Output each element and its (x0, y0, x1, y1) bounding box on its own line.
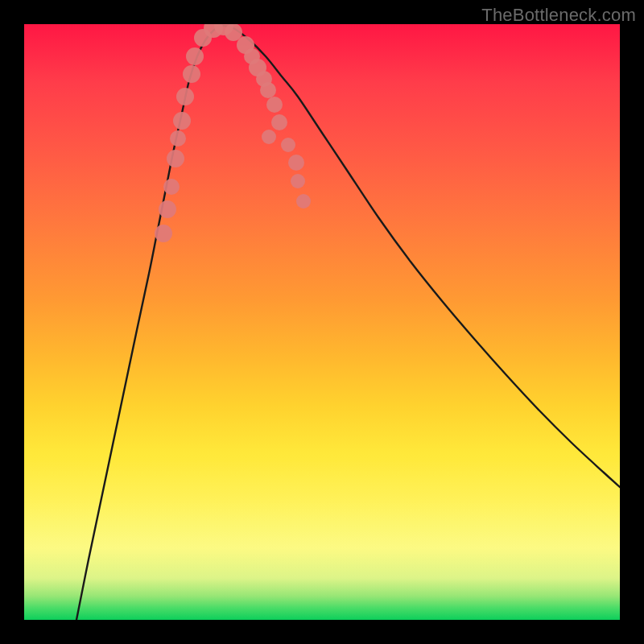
marker-dot (262, 130, 276, 144)
marker-dot (260, 82, 276, 98)
chart-frame: TheBottleneck.com (0, 0, 644, 644)
marker-dot (159, 200, 176, 218)
marker-dot (281, 138, 295, 152)
marker-dot (271, 114, 287, 130)
marker-dot (167, 150, 184, 167)
marker-dot (163, 179, 180, 195)
curve-svg (24, 24, 620, 620)
marker-dot (288, 155, 304, 171)
marker-dot (186, 47, 204, 65)
marker-group (155, 24, 311, 242)
watermark-text: TheBottleneck.com (481, 5, 636, 26)
plot-area (24, 24, 620, 620)
marker-dot (183, 65, 200, 83)
marker-dot (155, 225, 172, 242)
marker-dot (266, 97, 283, 113)
marker-dot (173, 112, 191, 130)
marker-dot (176, 88, 194, 105)
marker-dot (296, 194, 311, 208)
bottleneck-curve (76, 26, 620, 620)
marker-dot (170, 130, 186, 147)
marker-dot (291, 174, 305, 188)
